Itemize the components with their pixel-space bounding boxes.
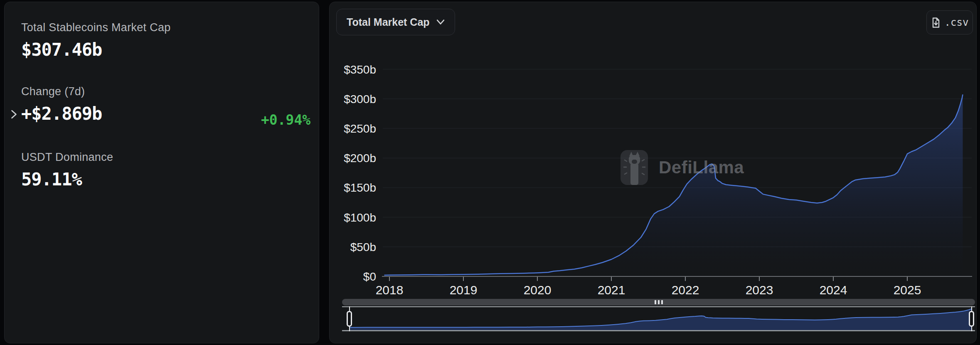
svg-text:$150b: $150b [344, 181, 376, 194]
svg-text:$300b: $300b [344, 93, 376, 106]
stat-label: Change (7d) [21, 85, 102, 98]
stat-total-market-cap: Total Stablecoins Market Cap $307.46b [21, 21, 171, 60]
stat-label: Total Stablecoins Market Cap [21, 21, 171, 34]
svg-text:2019: 2019 [450, 283, 478, 297]
stats-panel: Total Stablecoins Market Cap $307.46b Ch… [4, 2, 319, 343]
change-percent-badge: +0.94% [261, 112, 310, 128]
svg-text:2018: 2018 [376, 283, 404, 297]
chart-panel: Total Market Cap .csv [329, 2, 977, 343]
stat-value: +$2.869b [21, 104, 102, 124]
navigator-mini-chart [342, 307, 975, 330]
svg-text:$350b: $350b [344, 63, 376, 76]
svg-text:$100b: $100b [344, 211, 376, 224]
chart-scrollbar[interactable] [342, 299, 975, 306]
svg-text:2021: 2021 [598, 283, 625, 297]
chart-area-fill [384, 94, 963, 276]
svg-text:$0: $0 [363, 270, 376, 283]
chart-range-navigator[interactable] [342, 306, 975, 331]
navigator-right-handle[interactable] [969, 311, 974, 327]
stablecoins-dashboard: Total Stablecoins Market Cap $307.46b Ch… [0, 0, 980, 345]
svg-text:2023: 2023 [746, 283, 773, 297]
stat-usdt-dominance: USDT Dominance 59.11% [21, 151, 113, 190]
svg-text:2024: 2024 [820, 283, 847, 297]
stat-value: 59.11% [21, 169, 113, 190]
svg-text:2020: 2020 [524, 283, 552, 297]
stat-label: USDT Dominance [21, 151, 113, 164]
expand-chevron-icon[interactable] [9, 109, 18, 119]
svg-text:2022: 2022 [672, 283, 699, 297]
stat-value: $307.46b [21, 39, 171, 60]
navigator-left-handle[interactable] [347, 311, 352, 327]
svg-text:$250b: $250b [344, 122, 376, 135]
svg-text:$50b: $50b [350, 241, 376, 254]
svg-text:2025: 2025 [894, 283, 921, 297]
stablecoins-market-cap-chart[interactable]: $0$50b$100b$150b$200b$250b$300b$350b2018… [330, 2, 977, 343]
svg-text:$200b: $200b [344, 152, 376, 165]
stat-change-7d: Change (7d) +$2.869b +0.94% [21, 85, 102, 124]
scrollbar-grip-icon[interactable] [655, 300, 663, 304]
